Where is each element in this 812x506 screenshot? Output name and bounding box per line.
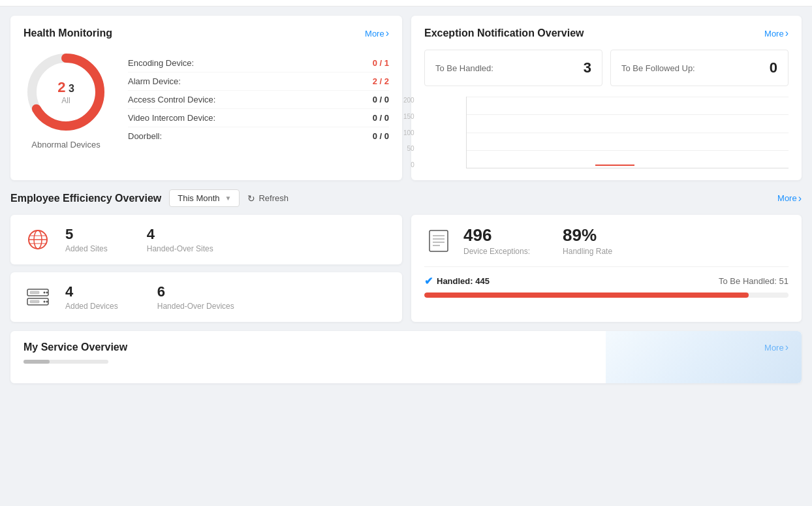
table-row: Doorbell: 0 / 0 xyxy=(128,127,389,145)
employee-section-header: Employee Efficiency Overview This Month … xyxy=(10,189,802,207)
chevron-down-icon: ▼ xyxy=(225,195,232,202)
chart-y-labels: 200 150 100 50 0 xyxy=(403,97,414,168)
device-encoding-value: 0 / 1 xyxy=(373,58,389,68)
device-list: Encoding Device: 0 / 1 Alarm Device: 2 /… xyxy=(128,54,389,145)
health-more-link[interactable]: More xyxy=(365,27,389,39)
svg-rect-14 xyxy=(30,300,39,303)
service-overview-card: My Service Overview More xyxy=(10,331,802,383)
device-alarm-value: 2 / 2 xyxy=(373,76,389,86)
period-dropdown[interactable]: This Month ▼ xyxy=(169,189,240,207)
exception-numbers: 496 Device Exceptions: 89% Handling Rate xyxy=(463,225,612,256)
svg-point-12 xyxy=(46,301,48,303)
handling-rate-num: 89% xyxy=(563,225,612,245)
table-row: Alarm Device: 2 / 2 xyxy=(128,72,389,91)
svg-rect-15 xyxy=(429,230,448,251)
svg-rect-13 xyxy=(30,291,39,294)
handled-row: ✔ Handled: 445 To Be Handled: 51 xyxy=(424,275,789,287)
exception-more-link[interactable]: More xyxy=(764,27,789,39)
employee-cards-row: 5 Added Sites 4 Handed-Over Sites xyxy=(10,215,802,322)
period-value: This Month xyxy=(178,193,219,203)
exception-handling-card: 496 Device Exceptions: 89% Handling Rate… xyxy=(411,215,802,322)
added-sites-label: Added Sites xyxy=(65,244,108,253)
table-row: Access Control Device: 0 / 0 xyxy=(128,91,389,109)
table-row: Video Intercom Device: 0 / 0 xyxy=(128,109,389,127)
chart-red-line xyxy=(595,165,634,166)
device-intercom-label: Video Intercom Device: xyxy=(128,113,215,123)
globe-icon xyxy=(23,225,52,254)
document-list-icon xyxy=(424,227,453,255)
y-label-200: 200 xyxy=(403,97,414,104)
handedover-devices-number: 6 xyxy=(157,283,234,300)
y-label-150: 150 xyxy=(403,113,414,120)
handling-rate-label: Handling Rate xyxy=(563,247,612,256)
refresh-button[interactable]: ↻ Refresh xyxy=(247,193,289,204)
added-sites-number: 5 xyxy=(65,226,108,243)
progress-bar-fill xyxy=(424,293,749,298)
service-bg-decoration xyxy=(606,331,802,383)
handedover-sites-stat: 4 Handed-Over Sites xyxy=(147,226,213,253)
check-circle-icon: ✔ xyxy=(424,275,433,287)
to-be-handled-value: 3 xyxy=(584,59,591,76)
employee-more-link[interactable]: More xyxy=(777,193,802,204)
to-be-followed-box: To Be Followed Up: 0 xyxy=(610,50,789,86)
handling-rate-stat: 89% Handling Rate xyxy=(563,225,612,256)
refresh-label: Refresh xyxy=(258,193,289,203)
sites-stats: 5 Added Sites 4 Handed-Over Sites xyxy=(65,226,213,253)
added-sites-stat: 5 Added Sites xyxy=(65,226,108,253)
donut-label: Abnormal Devices xyxy=(31,140,101,150)
y-label-100: 100 xyxy=(403,129,414,136)
device-rack-icon xyxy=(23,283,52,311)
progress-bar xyxy=(424,293,789,298)
employee-left-panel: 5 Added Sites 4 Handed-Over Sites xyxy=(10,215,402,322)
exception-notification-card: Exception Notification Overview More To … xyxy=(411,16,802,180)
added-devices-label: Added Devices xyxy=(65,302,118,311)
device-exception-num: 496 xyxy=(463,225,530,245)
health-monitoring-card: Health Monitoring More xyxy=(10,16,402,180)
exception-stats: To Be Handled: 3 To Be Followed Up: 0 xyxy=(424,50,789,86)
refresh-icon: ↻ xyxy=(247,193,255,204)
to-be-followed-label: To Be Followed Up: xyxy=(621,63,695,73)
device-doorbell-value: 0 / 0 xyxy=(373,131,389,141)
svg-point-10 xyxy=(46,292,48,294)
device-doorbell-label: Doorbell: xyxy=(128,131,162,141)
donut-all-label: All xyxy=(57,96,74,105)
handled-label: ✔ Handled: 445 xyxy=(424,275,490,287)
added-devices-stat: 4 Added Devices xyxy=(65,283,118,311)
device-access-label: Access Control Device: xyxy=(128,95,215,104)
employee-title: Employee Efficiency Overview xyxy=(10,193,161,204)
devices-card: 4 Added Devices 6 Handed-Over Devices xyxy=(10,272,402,322)
svg-point-11 xyxy=(44,301,46,303)
device-encoding-label: Encoding Device: xyxy=(128,58,194,68)
handedover-sites-label: Handed-Over Sites xyxy=(147,244,213,253)
exception-top: 496 Device Exceptions: 89% Handling Rate xyxy=(424,225,789,256)
device-access-value: 0 / 0 xyxy=(373,95,389,104)
y-label-50: 50 xyxy=(403,145,414,152)
handled-section: ✔ Handled: 445 To Be Handled: 51 xyxy=(424,266,789,298)
health-donut-chart: 2 3 All xyxy=(23,50,108,134)
handedover-sites-number: 4 xyxy=(147,226,213,243)
device-exception-stat: 496 Device Exceptions: xyxy=(463,225,530,256)
service-scroll-bar[interactable] xyxy=(23,360,108,364)
device-alarm-label: Alarm Device: xyxy=(128,76,181,86)
handedover-devices-label: Handed-Over Devices xyxy=(157,302,234,311)
to-be-handled-text: To Be Handled: 51 xyxy=(719,276,789,286)
service-title: My Service Overview xyxy=(23,341,127,353)
to-be-handled-box: To Be Handled: 3 xyxy=(424,50,602,86)
to-be-followed-value: 0 xyxy=(770,59,777,76)
svg-point-9 xyxy=(44,292,46,294)
donut-total: 3 xyxy=(65,83,74,94)
exception-chart xyxy=(466,97,789,168)
handedover-devices-stat: 6 Handed-Over Devices xyxy=(157,283,234,311)
handled-text: Handled: 445 xyxy=(437,276,490,286)
device-intercom-value: 0 / 0 xyxy=(373,113,389,123)
y-label-0: 0 xyxy=(403,161,414,168)
donut-abnormal: 2 xyxy=(57,79,65,95)
device-exception-label: Device Exceptions: xyxy=(463,247,530,256)
health-title: Health Monitoring xyxy=(23,27,112,39)
sites-card: 5 Added Sites 4 Handed-Over Sites xyxy=(10,215,402,264)
to-be-handled-label: To Be Handled: xyxy=(435,63,493,73)
added-devices-number: 4 xyxy=(65,283,118,300)
table-row: Encoding Device: 0 / 1 xyxy=(128,54,389,72)
exception-title: Exception Notification Overview xyxy=(424,27,584,39)
devices-stats: 4 Added Devices 6 Handed-Over Devices xyxy=(65,283,234,311)
